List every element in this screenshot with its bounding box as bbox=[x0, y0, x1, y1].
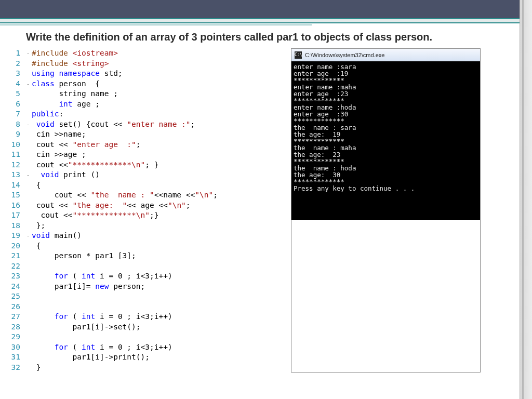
code-line: 9 cin >>name; bbox=[8, 129, 262, 140]
code-text: public: bbox=[32, 109, 63, 119]
line-number: 32 bbox=[8, 363, 22, 373]
line-number: 31 bbox=[8, 352, 22, 363]
line-number: 13 bbox=[8, 170, 22, 180]
code-text: int age ; bbox=[32, 99, 100, 110]
fold-toggle[interactable]: - bbox=[24, 79, 32, 89]
console-window: C:\ C:\Windows\system32\cmd.exe enter na… bbox=[291, 48, 481, 373]
code-line: 11 cin >>age ; bbox=[8, 150, 262, 160]
code-text: cout << "enter age :"; bbox=[32, 140, 141, 150]
fold-toggle[interactable]: - bbox=[24, 119, 32, 130]
code-text: void main() bbox=[32, 231, 82, 241]
line-number: 7 bbox=[8, 109, 22, 119]
line-number: 3 bbox=[8, 69, 22, 79]
code-text: void set() {cout << "enter name :"; bbox=[32, 119, 195, 130]
code-line: 15 cout << "the name : "<<name <<"\n"; bbox=[8, 190, 262, 201]
code-text: cin >>name; bbox=[32, 129, 86, 140]
line-number: 19 bbox=[8, 231, 22, 241]
console-title-text: C:\Windows\system32\cmd.exe bbox=[305, 52, 384, 58]
code-text: par1[i]->set(); bbox=[32, 322, 141, 332]
line-number: 5 bbox=[8, 89, 22, 99]
code-text: #include <string> bbox=[32, 59, 109, 69]
line-number: 28 bbox=[8, 322, 22, 332]
code-text: cin >>age ; bbox=[32, 150, 86, 160]
code-line: 1-#include <iostream> bbox=[8, 48, 262, 59]
title-underline bbox=[0, 24, 312, 28]
code-line: 5 string name ; bbox=[8, 89, 262, 99]
line-number: 16 bbox=[8, 201, 22, 211]
line-number: 12 bbox=[8, 160, 22, 170]
content-area: 1-#include <iostream>2#include <string>3… bbox=[0, 48, 532, 373]
line-number: 9 bbox=[8, 129, 22, 140]
code-text: cout <<"*************\n";} bbox=[32, 210, 158, 221]
line-number: 23 bbox=[8, 271, 22, 282]
code-line: 25 bbox=[8, 291, 262, 302]
code-line: 14 { bbox=[8, 180, 262, 191]
code-line: 8- void set() {cout << "enter name :"; bbox=[8, 119, 262, 130]
line-number: 11 bbox=[8, 150, 22, 160]
code-line: 12 cout <<"*************\n"; } bbox=[8, 160, 262, 170]
fold-toggle[interactable]: - bbox=[24, 231, 32, 241]
line-number: 20 bbox=[8, 241, 22, 251]
line-number: 18 bbox=[8, 221, 22, 231]
line-number: 21 bbox=[8, 251, 22, 261]
line-number: 25 bbox=[8, 291, 22, 302]
code-text: }; bbox=[32, 221, 45, 231]
line-number: 1 bbox=[8, 48, 22, 59]
mid-band bbox=[0, 18, 532, 23]
code-text: string name ; bbox=[32, 89, 118, 99]
code-line: 24 par1[i]= new person; bbox=[8, 282, 262, 292]
fold-toggle[interactable]: - bbox=[24, 170, 32, 180]
code-line: 20 { bbox=[8, 241, 262, 251]
code-line: 3using namespace std; bbox=[8, 69, 262, 79]
code-line: 16 cout << "the age: "<< age <<"\n"; bbox=[8, 201, 262, 211]
code-text: cout <<"*************\n"; } bbox=[32, 160, 158, 170]
code-line: 4-class person { bbox=[8, 79, 262, 89]
line-number: 15 bbox=[8, 190, 22, 201]
code-text: } bbox=[32, 363, 41, 373]
code-line: 28 par1[i]->set(); bbox=[8, 322, 262, 332]
code-text: for ( int i = 0 ; i<3;i++) bbox=[32, 312, 172, 322]
code-editor: 1-#include <iostream>2#include <string>3… bbox=[8, 48, 262, 373]
code-text: { bbox=[32, 241, 41, 251]
code-line: 27 for ( int i = 0 ; i<3;i++) bbox=[8, 312, 262, 322]
code-line: 6 int age ; bbox=[8, 99, 262, 110]
code-text: for ( int i = 0 ; i<3;i++) bbox=[32, 342, 172, 353]
line-number: 14 bbox=[8, 180, 22, 191]
code-line: 19-void main() bbox=[8, 231, 262, 241]
code-line: 22 bbox=[8, 261, 262, 272]
code-line: 23 for ( int i = 0 ; i<3;i++) bbox=[8, 271, 262, 282]
code-text: par1[i]->print(); bbox=[32, 352, 150, 363]
line-number: 30 bbox=[8, 342, 22, 353]
line-number: 17 bbox=[8, 210, 22, 221]
fold-toggle[interactable]: - bbox=[24, 48, 32, 59]
code-text: cout << "the age: "<< age <<"\n"; bbox=[32, 201, 191, 211]
code-line: 32 } bbox=[8, 363, 262, 373]
code-text: par1[i]= new person; bbox=[32, 282, 145, 292]
code-line: 2#include <string> bbox=[8, 59, 262, 69]
code-text: using namespace std; bbox=[32, 69, 123, 79]
code-text: cout << "the name : "<<name <<"\n"; bbox=[32, 190, 218, 201]
line-number: 27 bbox=[8, 312, 22, 322]
cmd-icon: C:\ bbox=[295, 51, 302, 59]
line-number: 29 bbox=[8, 332, 22, 342]
header-band bbox=[0, 0, 532, 18]
code-line: 10 cout << "enter age :"; bbox=[8, 140, 262, 150]
code-line: 21 person * par1 [3]; bbox=[8, 251, 262, 261]
code-line: 17 cout <<"*************\n";} bbox=[8, 210, 262, 221]
line-number: 2 bbox=[8, 59, 22, 69]
line-number: 6 bbox=[8, 99, 22, 110]
line-number: 10 bbox=[8, 140, 22, 150]
code-line: 18 }; bbox=[8, 221, 262, 231]
code-line: 13- void print () bbox=[8, 170, 262, 180]
code-line: 7public: bbox=[8, 109, 262, 119]
right-scrollbar[interactable] bbox=[520, 0, 532, 399]
line-number: 24 bbox=[8, 282, 22, 292]
line-number: 26 bbox=[8, 302, 22, 312]
line-number: 22 bbox=[8, 261, 22, 272]
code-text: class person { bbox=[32, 79, 100, 89]
line-number: 8 bbox=[8, 119, 22, 130]
code-text: person * par1 [3]; bbox=[32, 251, 136, 261]
code-line: 30 for ( int i = 0 ; i<3;i++) bbox=[8, 342, 262, 353]
line-number: 4 bbox=[8, 79, 22, 89]
code-line: 29 bbox=[8, 332, 262, 342]
